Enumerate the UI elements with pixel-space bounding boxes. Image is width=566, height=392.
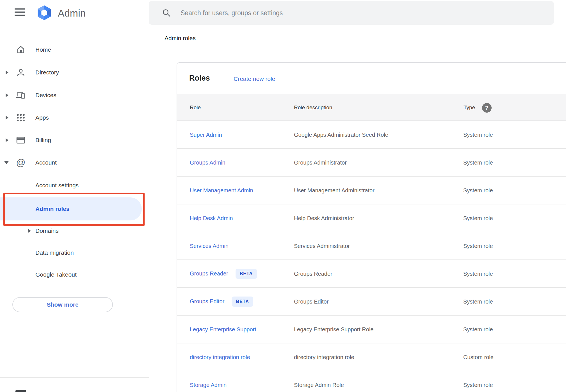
devices-icon — [16, 90, 26, 100]
role-link[interactable]: Services Admin — [190, 243, 229, 249]
sidebar-item-label: Admin roles — [35, 206, 69, 212]
table-header-row: Role Role description Type ? — [177, 94, 566, 121]
role-description: Legacy Enterprise Support Role — [294, 326, 374, 332]
google-admin-console: Admin Home Directory Devices — [0, 0, 566, 392]
search-bar[interactable]: Search for users, groups or settings — [149, 1, 554, 25]
table-row: Groups Admin Groups Administrator System… — [177, 149, 566, 177]
role-description: Groups Administrator — [294, 159, 347, 166]
expand-arrow-icon[interactable] — [6, 93, 8, 97]
expand-arrow-icon[interactable] — [6, 70, 8, 74]
role-link[interactable]: Super Admin — [190, 131, 222, 138]
selected-item-highlight — [0, 197, 142, 220]
column-header-type: Type — [464, 104, 475, 111]
role-description: Services Administrator — [294, 243, 350, 249]
sidebar-item-domains[interactable]: Domains — [0, 223, 144, 239]
sidebar-item-data-migration[interactable]: Data migration — [0, 245, 144, 261]
create-new-role-link[interactable]: Create new role — [234, 76, 275, 82]
role-type: System role — [463, 270, 493, 277]
directory-person-icon — [16, 67, 26, 78]
card-title: Roles — [189, 74, 210, 83]
sidebar-item-label: Home — [35, 46, 51, 53]
sidebar-item-label: Domains — [35, 227, 59, 234]
role-type: System role — [463, 131, 493, 138]
role-description: Groups Editor — [294, 298, 328, 305]
sidebar-item-home[interactable]: Home — [0, 42, 144, 58]
sidebar-item-google-takeout[interactable]: Google Takeout — [0, 267, 144, 282]
sidebar-item-apps[interactable]: Apps — [0, 110, 144, 126]
role-description: Help Desk Administrator — [294, 215, 354, 221]
role-description: Storage Admin Role — [294, 382, 344, 388]
hamburger-menu-icon[interactable] — [15, 8, 25, 16]
sidebar-item-label: Google Takeout — [35, 271, 77, 278]
type-help-icon[interactable]: ? — [482, 103, 492, 113]
sidebar-item-label: Billing — [35, 137, 51, 143]
breadcrumb: Admin roles — [165, 35, 196, 42]
table-row: Legacy Enterprise Support Legacy Enterpr… — [177, 316, 566, 343]
sidebar-item-devices[interactable]: Devices — [0, 87, 144, 103]
role-type: Custom role — [463, 354, 494, 360]
sidebar-item-billing[interactable]: Billing — [0, 132, 144, 148]
search-icon — [162, 8, 171, 17]
role-type: System role — [463, 298, 493, 305]
table-row: Super Admin Google Apps Administrator Se… — [177, 121, 566, 149]
sidebar-item-label: Devices — [35, 92, 56, 99]
collapse-arrow-icon[interactable] — [4, 161, 9, 164]
role-type: System role — [463, 382, 493, 388]
beta-badge: BETA — [232, 297, 253, 307]
sidebar-item-label: Apps — [35, 114, 49, 121]
search-placeholder: Search for users, groups or settings — [181, 9, 283, 17]
sidebar-item-label: Data migration — [35, 249, 74, 256]
apps-grid-icon — [16, 113, 26, 123]
role-link[interactable]: Legacy Enterprise Support — [190, 326, 256, 332]
column-header-description: Role description — [294, 104, 332, 111]
billing-card-icon — [16, 135, 26, 145]
home-icon — [16, 45, 26, 55]
sidebar-item-label: Account settings — [35, 182, 79, 189]
roles-table-body: Super Admin Google Apps Administrator Se… — [177, 121, 566, 392]
app-title: Admin — [58, 8, 86, 19]
table-row: User Management Admin User Management Ad… — [177, 177, 566, 204]
table-row: Groups Editor BETA Groups Editor System … — [177, 288, 566, 316]
table-row: Help Desk Admin Help Desk Administrator … — [177, 204, 566, 232]
role-link[interactable]: Storage Admin — [190, 382, 227, 388]
sidebar-item-directory[interactable]: Directory — [0, 65, 144, 80]
role-link[interactable]: directory integration role — [190, 354, 250, 360]
content-divider — [149, 48, 566, 48]
role-link[interactable]: Help Desk Admin — [190, 215, 233, 221]
role-description: Groups Reader — [294, 270, 332, 277]
role-description: User Management Administrator — [294, 187, 375, 193]
expand-arrow-icon[interactable] — [28, 229, 31, 233]
sidebar-bottom-divider — [0, 377, 149, 378]
role-type: System role — [463, 243, 493, 249]
role-link[interactable]: Groups Admin — [190, 159, 225, 166]
role-description: Google Apps Administrator Seed Role — [294, 131, 388, 138]
expand-arrow-icon[interactable] — [6, 138, 8, 142]
role-link[interactable]: Groups Reader — [190, 270, 228, 277]
sidebar-item-label: Directory — [35, 69, 59, 76]
account-at-icon: @ — [16, 158, 26, 168]
table-row: directory integration role directory int… — [177, 343, 566, 371]
beta-badge: BETA — [236, 269, 257, 279]
clipped-bottom-icon — [15, 390, 26, 392]
role-type: System role — [463, 215, 493, 221]
role-link[interactable]: User Management Admin — [190, 187, 253, 193]
role-type: System role — [463, 159, 493, 166]
sidebar-item-account-settings[interactable]: Account settings — [0, 177, 144, 193]
table-row: Groups Reader BETA Groups Reader System … — [177, 260, 566, 288]
show-more-button[interactable]: Show more — [12, 297, 113, 312]
sidebar-item-account[interactable]: @ Account — [0, 155, 144, 170]
expand-arrow-icon[interactable] — [6, 116, 8, 120]
sidebar-item-label: Account — [35, 159, 57, 166]
roles-card: Roles Create new role Role Role descript… — [177, 62, 566, 392]
table-row: Services Admin Services Administrator Sy… — [177, 232, 566, 260]
role-link[interactable]: Groups Editor — [190, 298, 224, 305]
role-type: System role — [463, 326, 493, 332]
table-row: Storage Admin Storage Admin Role System … — [177, 371, 566, 392]
admin-logo-icon[interactable] — [36, 5, 52, 21]
role-type: System role — [463, 187, 493, 193]
column-header-role: Role — [190, 104, 201, 111]
role-description: directory integration role — [294, 354, 354, 360]
